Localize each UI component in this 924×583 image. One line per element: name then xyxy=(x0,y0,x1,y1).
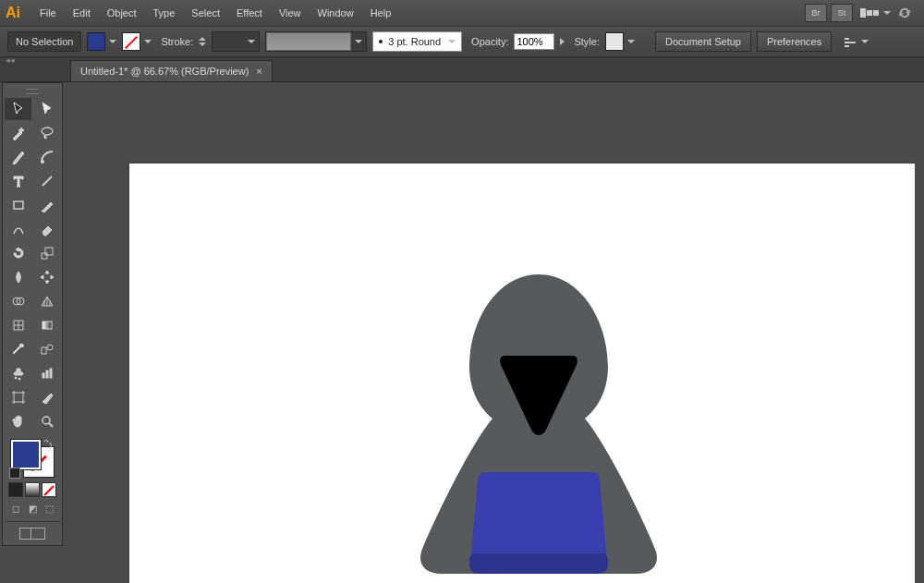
svg-rect-16 xyxy=(14,393,23,402)
svg-rect-2 xyxy=(14,201,23,209)
draw-behind-icon[interactable]: ◩ xyxy=(25,501,40,516)
selection-status: No Selection xyxy=(7,31,81,52)
brush-label: 3 pt. Round xyxy=(388,36,441,47)
menu-window[interactable]: Window xyxy=(310,4,362,22)
width-tool[interactable] xyxy=(5,266,31,288)
lasso-tool[interactable] xyxy=(33,122,60,144)
panel-gripper[interactable] xyxy=(26,89,39,94)
menu-bar: Ai File Edit Object Type Select Effect V… xyxy=(0,0,924,27)
line-segment-tool[interactable] xyxy=(33,170,60,192)
menu-file[interactable]: File xyxy=(31,4,65,22)
control-bar: No Selection Stroke: 3 pt. Round Opacity… xyxy=(0,27,924,57)
menu-help[interactable]: Help xyxy=(362,4,400,22)
document-tab-title: Untitled-1* @ 66.67% (RGB/Preview) xyxy=(80,66,249,77)
menu-object[interactable]: Object xyxy=(99,4,145,22)
arrange-documents-button[interactable] xyxy=(860,8,891,18)
paintbrush-tool[interactable] xyxy=(33,194,60,216)
free-transform-tool[interactable] xyxy=(33,266,60,288)
brush-gradient-dropdown[interactable] xyxy=(265,31,367,52)
svg-point-17 xyxy=(43,417,50,424)
mesh-tool[interactable] xyxy=(5,314,31,336)
shape-builder-tool[interactable] xyxy=(5,290,31,312)
tab-close-button[interactable]: × xyxy=(256,66,261,77)
selection-tool[interactable] xyxy=(5,98,31,120)
svg-point-0 xyxy=(41,161,43,164)
stroke-label: Stroke: xyxy=(161,36,193,47)
artboard-tool[interactable] xyxy=(5,386,31,408)
brush-definition-dropdown[interactable]: 3 pt. Round xyxy=(372,31,462,52)
gradient-tool[interactable] xyxy=(33,314,60,336)
swap-fill-stroke-icon[interactable] xyxy=(43,438,54,449)
svg-rect-14 xyxy=(46,370,48,378)
opacity-input[interactable] xyxy=(514,33,554,50)
column-graph-tool[interactable] xyxy=(33,362,60,384)
preferences-button[interactable]: Preferences xyxy=(757,31,832,52)
document-tab-bar: ◂◂ Untitled-1* @ 66.67% (RGB/Preview) × xyxy=(0,57,924,82)
hand-tool[interactable] xyxy=(5,410,31,432)
slice-tool[interactable] xyxy=(33,386,60,408)
svg-point-11 xyxy=(15,377,17,379)
opacity-label: Opacity: xyxy=(471,36,508,47)
scale-tool[interactable] xyxy=(33,242,60,264)
svg-rect-3 xyxy=(42,253,47,259)
menu-view[interactable]: View xyxy=(271,4,310,22)
graphic-style-dropdown[interactable] xyxy=(605,32,635,51)
zoom-tool[interactable] xyxy=(33,410,60,432)
menu-effect[interactable]: Effect xyxy=(228,4,271,22)
gradient-fill-mode[interactable] xyxy=(25,482,40,497)
fill-color-box[interactable] xyxy=(11,440,41,469)
pen-tool[interactable] xyxy=(5,146,31,168)
stock-button[interactable]: St xyxy=(831,4,853,22)
perspective-grid-tool[interactable] xyxy=(33,290,60,312)
rotate-tool[interactable] xyxy=(5,242,31,264)
app-logo: Ai xyxy=(6,5,20,21)
canvas-area[interactable] xyxy=(72,91,915,583)
eraser-tool[interactable] xyxy=(33,218,60,240)
draw-normal-icon[interactable]: ◻ xyxy=(8,501,23,516)
draw-inside-icon[interactable]: ⬚ xyxy=(42,501,56,516)
opacity-field[interactable] xyxy=(514,32,565,51)
menu-type[interactable]: Type xyxy=(145,4,184,22)
svg-rect-15 xyxy=(50,369,52,378)
align-options-button[interactable] xyxy=(843,34,869,49)
curvature-tool[interactable] xyxy=(33,146,60,168)
symbol-sprayer-tool[interactable] xyxy=(5,362,31,384)
artboard[interactable] xyxy=(129,164,915,583)
stroke-profile-dropdown[interactable] xyxy=(212,31,260,52)
svg-rect-9 xyxy=(42,347,46,354)
svg-line-1 xyxy=(43,176,52,186)
svg-line-18 xyxy=(49,423,53,427)
tools-panel: ◻ ◩ ⬚ xyxy=(2,82,63,546)
svg-rect-8 xyxy=(43,322,52,329)
magic-wand-tool[interactable] xyxy=(5,122,31,144)
default-fill-stroke-icon[interactable] xyxy=(9,468,20,479)
color-fill-mode[interactable] xyxy=(8,482,23,497)
svg-point-10 xyxy=(47,345,53,350)
style-label: Style: xyxy=(574,36,600,47)
menu-select[interactable]: Select xyxy=(183,4,228,22)
screen-mode-button[interactable] xyxy=(5,528,60,540)
tab-collapse-icon[interactable]: ◂◂ xyxy=(6,55,15,65)
stroke-weight-stepper[interactable] xyxy=(199,37,206,46)
menu-edit[interactable]: Edit xyxy=(65,4,99,22)
blend-tool[interactable] xyxy=(33,338,60,360)
svg-point-12 xyxy=(18,378,20,380)
fill-stroke-control[interactable] xyxy=(9,438,55,479)
eyedropper-tool[interactable] xyxy=(5,338,31,360)
stroke-swatch[interactable] xyxy=(122,32,152,51)
none-fill-mode[interactable] xyxy=(42,482,56,497)
direct-selection-tool[interactable] xyxy=(33,98,60,120)
bridge-button[interactable]: Br xyxy=(805,4,827,22)
svg-rect-4 xyxy=(45,248,53,255)
fill-swatch[interactable] xyxy=(87,32,116,51)
shaper-tool[interactable] xyxy=(5,218,31,240)
sync-settings-icon[interactable] xyxy=(893,5,917,21)
draw-mode-row xyxy=(8,482,60,497)
artwork-hooded-figure xyxy=(405,256,673,583)
rectangle-tool[interactable] xyxy=(5,194,31,216)
document-setup-button[interactable]: Document Setup xyxy=(655,31,751,52)
drawing-modes-row: ◻ ◩ ⬚ xyxy=(8,501,60,516)
svg-rect-13 xyxy=(43,373,44,378)
document-tab[interactable]: Untitled-1* @ 66.67% (RGB/Preview) × xyxy=(70,60,273,81)
type-tool[interactable] xyxy=(5,170,31,192)
